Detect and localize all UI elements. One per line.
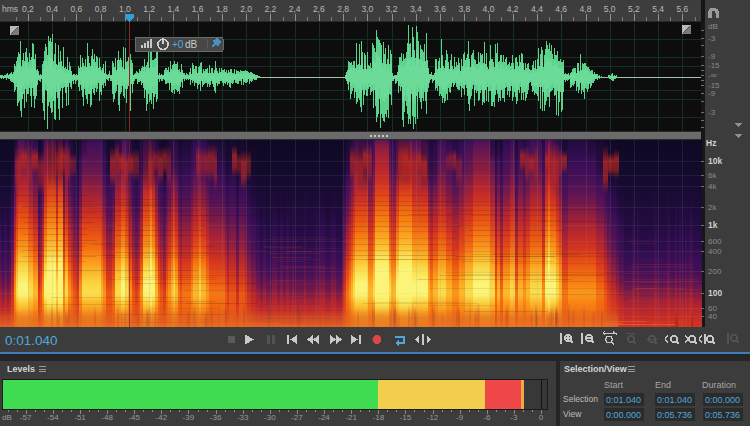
svg-text:10k: 10k <box>708 156 722 166</box>
svg-text:-33: -33 <box>237 413 249 422</box>
svg-text:-15: -15 <box>400 413 412 422</box>
svg-text:4,4: 4,4 <box>531 4 543 14</box>
svg-text:-48: -48 <box>101 413 113 422</box>
svg-text:5,6: 5,6 <box>676 4 688 14</box>
svg-text:-3: -3 <box>708 108 716 117</box>
svg-text:2,4: 2,4 <box>289 4 301 14</box>
svg-text:Duration: Duration <box>702 380 736 390</box>
svg-text:0:00.000: 0:00.000 <box>705 395 740 405</box>
svg-text:-18: -18 <box>373 413 385 422</box>
svg-text:2,0: 2,0 <box>240 4 252 14</box>
svg-text:2,2: 2,2 <box>264 4 276 14</box>
svg-text:-24: -24 <box>318 413 330 422</box>
svg-text:1,2: 1,2 <box>143 4 155 14</box>
svg-text:2,6: 2,6 <box>313 4 325 14</box>
svg-text:3,0: 3,0 <box>361 4 373 14</box>
svg-text:Start: Start <box>604 380 624 390</box>
svg-text:0:05.736: 0:05.736 <box>657 410 692 420</box>
svg-text:0:05.736: 0:05.736 <box>705 410 740 420</box>
svg-text:-51: -51 <box>74 413 86 422</box>
svg-text:-9: -9 <box>708 89 716 98</box>
svg-text:4,2: 4,2 <box>507 4 519 14</box>
svg-text:-12: -12 <box>427 413 439 422</box>
svg-text:-21: -21 <box>345 413 357 422</box>
svg-text:hms: hms <box>2 4 18 14</box>
svg-text:-9: -9 <box>456 413 464 422</box>
svg-text:0,2: 0,2 <box>22 4 34 14</box>
svg-text:40: 40 <box>708 312 717 321</box>
svg-text:4,6: 4,6 <box>555 4 567 14</box>
svg-text:-∞: -∞ <box>708 71 717 80</box>
svg-text:1k: 1k <box>708 220 718 230</box>
svg-text:View: View <box>563 409 582 419</box>
svg-text:-6: -6 <box>483 413 491 422</box>
svg-text:End: End <box>655 380 671 390</box>
svg-text:Selection/View: Selection/View <box>564 364 628 374</box>
svg-text:1,6: 1,6 <box>192 4 204 14</box>
svg-text:Hz: Hz <box>706 138 716 148</box>
svg-text:600: 600 <box>708 237 722 246</box>
svg-text:-57: -57 <box>20 413 32 422</box>
svg-text:5,0: 5,0 <box>604 4 616 14</box>
svg-text:Levels: Levels <box>7 364 35 374</box>
svg-text:-54: -54 <box>47 413 59 422</box>
svg-text:200: 200 <box>708 267 722 276</box>
svg-text:2k: 2k <box>708 203 717 212</box>
svg-text:3,8: 3,8 <box>458 4 470 14</box>
svg-text:100: 100 <box>708 288 722 298</box>
svg-text:5,4: 5,4 <box>652 4 664 14</box>
svg-text:dB: dB <box>708 22 718 31</box>
svg-text:-3: -3 <box>510 413 518 422</box>
svg-text:0: 0 <box>539 413 544 422</box>
svg-text:2,8: 2,8 <box>337 4 349 14</box>
svg-text:Selection: Selection <box>563 394 598 404</box>
svg-text:4k: 4k <box>708 182 717 191</box>
svg-text:400: 400 <box>708 247 722 256</box>
svg-text:0,8: 0,8 <box>95 4 107 14</box>
svg-text:-3: -3 <box>708 34 716 43</box>
svg-text:-39: -39 <box>183 413 195 422</box>
svg-text:-30: -30 <box>264 413 276 422</box>
svg-text:3,2: 3,2 <box>386 4 398 14</box>
svg-text:-42: -42 <box>156 413 168 422</box>
svg-text:1,4: 1,4 <box>167 4 179 14</box>
svg-text:3,4: 3,4 <box>410 4 422 14</box>
svg-text:6k: 6k <box>708 171 717 180</box>
svg-text:0:00.000: 0:00.000 <box>606 410 641 420</box>
svg-text:0:01.040: 0:01.040 <box>5 333 58 348</box>
svg-text:0,4: 0,4 <box>46 4 58 14</box>
svg-text:0:01.040: 0:01.040 <box>657 395 692 405</box>
svg-text:1,0: 1,0 <box>119 4 131 14</box>
svg-text:4,8: 4,8 <box>580 4 592 14</box>
svg-text:-36: -36 <box>210 413 222 422</box>
svg-text:dB: dB <box>185 39 198 50</box>
svg-text:-15: -15 <box>708 61 720 70</box>
svg-text:0,6: 0,6 <box>70 4 82 14</box>
svg-text:1,8: 1,8 <box>216 4 228 14</box>
svg-text:-27: -27 <box>291 413 303 422</box>
svg-text:-45: -45 <box>128 413 140 422</box>
svg-text:+0: +0 <box>172 39 184 50</box>
svg-text:dB: dB <box>2 413 12 422</box>
svg-text:5,2: 5,2 <box>628 4 640 14</box>
svg-text:0:01.040: 0:01.040 <box>606 395 641 405</box>
svg-text:4,0: 4,0 <box>483 4 495 14</box>
svg-text:3,6: 3,6 <box>434 4 446 14</box>
